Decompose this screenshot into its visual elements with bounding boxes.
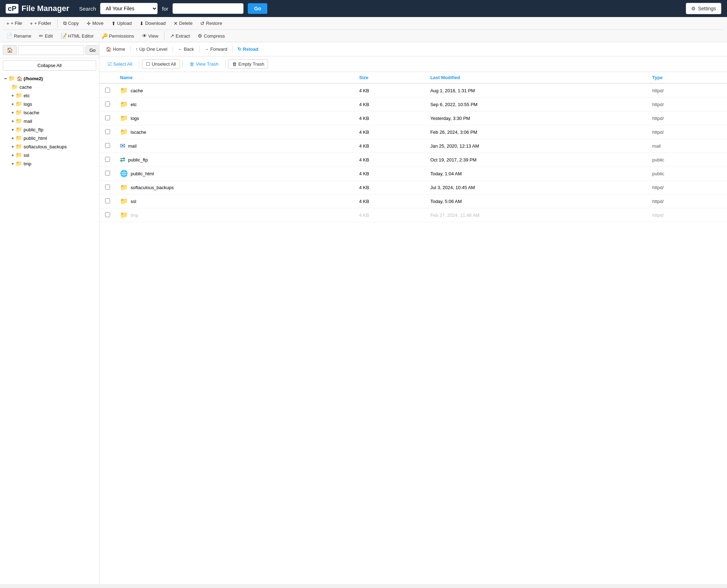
folder-icon: 📁 <box>16 92 22 99</box>
home-nav-button[interactable]: 🏠 Home <box>104 45 127 53</box>
table-row[interactable]: 📁 tmp 4 KB Feb 27, 2024, 11:48 AM httpd/ <box>99 208 727 222</box>
permissions-button[interactable]: 🔑 Permissions <box>98 31 138 40</box>
sidebar-home-button[interactable]: 🏠 <box>3 45 17 55</box>
view-trash-button[interactable]: 🗑 View Trash <box>186 59 222 69</box>
table-row[interactable]: 📁 lscache 4 KB Feb 26, 2024, 3:06 PM htt… <box>99 125 727 139</box>
table-row[interactable]: ✉ mail 4 KB Jan 25, 2020, 12:13 AM mail <box>99 139 727 153</box>
separator <box>225 60 225 68</box>
edit-button[interactable]: ✏ Edit <box>35 31 56 40</box>
sidebar-item-logs[interactable]: + 📁 logs <box>10 100 96 108</box>
sidebar-go-button[interactable]: Go <box>86 45 99 55</box>
table-row[interactable]: ⇄ public_ftp 4 KB Oct 19, 2017, 2:39 PM … <box>99 153 727 167</box>
compress-button[interactable]: ⚙ Compress <box>194 31 228 40</box>
restore-icon: ↺ <box>200 21 204 26</box>
name-header[interactable]: Name <box>116 72 355 83</box>
sidebar-item-public-html[interactable]: + 📁 public_html <box>10 134 96 142</box>
table-row[interactable]: 📁 cache 4 KB Aug 1, 2018, 1:31 PM httpd/ <box>99 83 727 98</box>
restore-button[interactable]: ↺ Restore <box>197 19 226 28</box>
sidebar-item-cache[interactable]: 📁 cache <box>10 83 96 91</box>
table-row[interactable]: 📁 softaculous_backups 4 KB Jul 3, 2024, … <box>99 181 727 194</box>
modified-header[interactable]: Last Modified <box>426 72 648 83</box>
delete-button[interactable]: ✕ Delete <box>170 19 196 28</box>
separator <box>173 46 173 53</box>
sidebar-item-tmp[interactable]: + 📁 tmp <box>10 159 96 168</box>
row-checkbox[interactable] <box>105 143 110 148</box>
row-name-cell[interactable]: 📁 etc <box>116 98 355 111</box>
row-checkbox[interactable] <box>105 157 110 162</box>
row-checkbox[interactable] <box>105 185 110 189</box>
row-name-cell[interactable]: ⇄ public_ftp <box>116 153 355 167</box>
row-name-cell[interactable]: 📁 softaculous_backups <box>116 181 355 194</box>
row-checkbox[interactable] <box>105 101 110 106</box>
row-type-cell: httpd/ <box>648 125 727 139</box>
row-name-cell[interactable]: 📁 ssl <box>116 194 355 208</box>
table-row[interactable]: 📁 etc 4 KB Sep 6, 2022, 10:55 PM httpd/ <box>99 98 727 111</box>
folder-icon: 📁 <box>11 84 18 90</box>
settings-button[interactable]: ⚙ Settings <box>686 3 721 14</box>
row-name-cell[interactable]: ✉ mail <box>116 139 355 153</box>
tree-root[interactable]: − 📁 🏠 (/home2) <box>3 74 96 83</box>
sidebar-path-input[interactable] <box>18 45 84 55</box>
search-scope-select[interactable]: All Your Files This Directory Only Filen… <box>100 3 158 14</box>
extract-button[interactable]: ↗ Extract <box>166 31 193 40</box>
sidebar-item-ssl[interactable]: + 📁 ssl <box>10 151 96 159</box>
row-checkbox[interactable] <box>105 115 110 120</box>
copy-button[interactable]: ⧉ Copy <box>60 18 82 28</box>
type-header[interactable]: Type <box>648 72 727 83</box>
plus-toggle: + <box>11 101 14 107</box>
forward-button[interactable]: → Forward <box>202 45 230 53</box>
search-label: Search <box>79 6 96 12</box>
sidebar-item-public-ftp[interactable]: + 📁 public_ftp <box>10 125 96 134</box>
collapse-all-button[interactable]: Collapse All <box>3 60 96 71</box>
folder-icon: 📁 <box>16 143 22 150</box>
row-name-cell[interactable]: 📁 cache <box>116 83 355 98</box>
sidebar-item-softaculous[interactable]: + 📁 softaculous_backups <box>10 142 96 151</box>
file-table-body: 📁 cache 4 KB Aug 1, 2018, 1:31 PM httpd/… <box>99 83 727 222</box>
extract-icon: ↗ <box>170 33 174 39</box>
row-checkbox[interactable] <box>105 198 110 203</box>
row-checkbox[interactable] <box>105 88 110 93</box>
upload-icon: ⬆ <box>111 21 116 26</box>
folder-icon: 📁 <box>16 101 22 107</box>
table-row[interactable]: 📁 logs 4 KB Yesterday, 3:30 PM httpd/ <box>99 111 727 125</box>
back-button[interactable]: ← Back <box>176 45 196 53</box>
row-name-cell[interactable]: 🌐 public_html <box>116 167 355 181</box>
search-input[interactable] <box>173 3 244 14</box>
table-row[interactable]: 🌐 public_html 4 KB Today, 1:04 AM public <box>99 167 727 181</box>
search-go-button[interactable]: Go <box>248 3 267 14</box>
select-all-button[interactable]: ☑ Select All <box>104 59 136 69</box>
unselect-all-button[interactable]: ☐ Unselect All <box>142 59 180 69</box>
download-button[interactable]: ⬇ Download <box>136 19 169 28</box>
file-nav: 🏠 Home ↑ Up One Level ← Back → Forward ↻… <box>99 42 727 56</box>
file-name: mail <box>128 143 137 149</box>
minus-icon: − <box>4 76 7 81</box>
view-button[interactable]: 👁 View <box>138 31 162 40</box>
row-name-cell[interactable]: 📁 tmp <box>116 208 355 222</box>
folder-plus-icon: + <box>30 21 33 26</box>
row-checkbox-cell <box>99 208 116 222</box>
row-modified-cell: Sep 6, 2022, 10:55 PM <box>426 98 648 111</box>
rename-button[interactable]: 📄 Rename <box>3 31 35 40</box>
row-name-cell[interactable]: 📁 lscache <box>116 125 355 139</box>
row-name-cell[interactable]: 📁 logs <box>116 111 355 125</box>
table-row[interactable]: 📁 ssl 4 KB Today, 5:06 AM httpd/ <box>99 194 727 208</box>
new-folder-button[interactable]: + + Folder <box>26 19 55 28</box>
sidebar-item-lscache[interactable]: + 📁 lscache <box>10 108 96 117</box>
empty-trash-button[interactable]: 🗑 Empty Trash <box>228 59 268 69</box>
up-one-level-button[interactable]: ↑ Up One Level <box>133 45 170 53</box>
file-type-icon: 📁 <box>120 114 128 122</box>
row-checkbox-cell <box>99 139 116 153</box>
upload-button[interactable]: ⬆ Upload <box>108 19 135 28</box>
html-editor-button[interactable]: 📝 HTML Editor <box>57 31 97 40</box>
row-checkbox[interactable] <box>105 171 110 176</box>
new-file-button[interactable]: + + File <box>3 19 26 28</box>
row-checkbox[interactable] <box>105 212 110 217</box>
size-header[interactable]: Size <box>355 72 426 83</box>
row-checkbox[interactable] <box>105 129 110 134</box>
sidebar-item-etc[interactable]: + 📁 etc <box>10 91 96 100</box>
reload-button[interactable]: ↻ Reload <box>235 45 260 53</box>
move-icon: ✛ <box>87 21 91 26</box>
sidebar-item-mail[interactable]: + 📁 mail <box>10 117 96 125</box>
move-button[interactable]: ✛ Move <box>83 19 107 28</box>
plus-icon: + <box>6 21 9 26</box>
